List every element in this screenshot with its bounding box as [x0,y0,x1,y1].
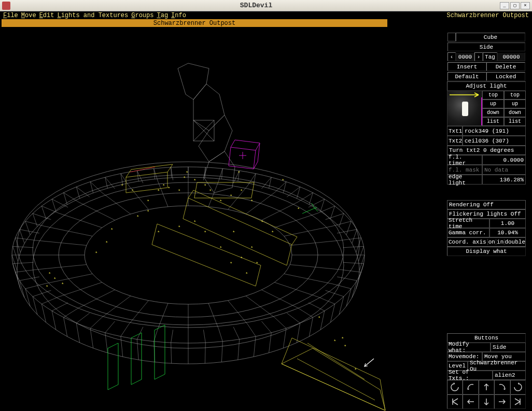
close-button[interactable]: × [521,2,530,9]
left-button[interactable] [463,394,478,409]
rotate-left-button[interactable] [463,380,478,394]
svg-line-55 [137,327,143,339]
display-what-button[interactable]: Display what [447,247,526,256]
tab-bar[interactable]: Schwarzbrenner Outpost [2,19,387,27]
svg-line-114 [102,192,131,214]
svg-line-74 [59,282,102,297]
svg-line-65 [76,313,89,323]
svg-line-179 [130,167,155,172]
right-button[interactable] [494,394,510,409]
svg-line-30 [287,313,300,323]
txt1-value[interactable]: rock349 (191) [463,126,526,136]
modify-what-value[interactable]: Side [491,343,526,352]
svg-line-109 [78,202,115,220]
rotate-cw-button[interactable] [510,380,526,394]
svg-line-110 [76,187,89,197]
edge-light-value[interactable]: 136.28% [482,175,526,185]
rendering-toggle[interactable]: Rendering Off [447,200,526,209]
top-b-button[interactable]: top [504,91,526,100]
svg-line-165 [343,246,364,247]
svg-text:*: * [147,210,149,215]
maximize-button[interactable]: ▢ [510,2,520,9]
menu-lights[interactable]: Lights and Textures [57,12,128,19]
tag-value: 00000 [497,52,525,61]
minimize-button[interactable]: _ [500,2,509,9]
locked-button[interactable]: Locked [486,72,525,81]
svg-line-99 [45,226,92,236]
svg-line-29 [261,290,298,308]
adjust-light-button[interactable]: Adjust light [447,81,526,91]
svg-line-25 [309,303,325,311]
header-side[interactable]: Side [447,42,525,51]
svg-line-58 [121,336,123,357]
svg-text:*: * [250,246,253,251]
svg-line-15 [337,277,357,280]
svg-line-66 [76,323,79,343]
svg-text:*: * [219,200,222,205]
up-a-button[interactable]: up [482,100,504,108]
down-a-button[interactable]: down [482,108,504,117]
menu-tag[interactable]: Tag [157,12,168,19]
fl-timer-value[interactable]: 0.0000 [482,155,526,165]
svg-line-161 [352,230,357,244]
edge-light-label: edge light [447,175,482,185]
svg-text:*: * [204,184,206,189]
svg-line-178 [365,359,374,366]
gamma-label: Gamma corr. [447,228,489,237]
svg-text:*: * [53,277,56,282]
svg-text:*: * [178,189,180,194]
svg-line-148 [309,193,313,205]
menu-move[interactable]: Move [21,12,36,19]
tab-title: Schwarzbrenner Outpost [153,20,235,27]
texture-thumbnail[interactable] [447,91,482,126]
coord-on[interactable]: on [487,239,496,245]
svg-text:*: * [256,262,258,267]
coord-double[interactable]: double [504,239,525,245]
menu-bar: File Move Edit Lights and Textures Group… [0,11,532,19]
menu-file[interactable]: File [3,12,18,19]
tag-button[interactable]: Tag [483,52,497,61]
next-button[interactable]: › [474,52,483,61]
txt2-value[interactable]: ceil036 (307) [463,136,526,146]
far-left-button[interactable] [447,394,463,409]
list-b-button[interactable]: list [504,117,526,126]
thumb-controls: toptop upup downdown listlist [482,91,526,126]
svg-line-153 [330,206,334,219]
svg-line-56 [137,339,138,360]
render-panel: Rendering Off Flickering lights Off Stre… [447,200,526,256]
default-button[interactable]: Default [447,72,486,81]
stretch-value[interactable]: 1.00 [489,219,526,228]
map-viewport[interactable]: ****************************************… [2,27,387,410]
svg-text:*: * [333,339,336,345]
rotate-right-button[interactable] [494,380,510,394]
far-right-button[interactable] [510,394,526,409]
up-button[interactable] [479,380,494,394]
svg-line-46 [205,343,205,363]
list-a-button[interactable]: list [482,117,504,126]
coord-axis-row[interactable]: Coord. axis on in double [447,237,526,247]
svg-text:*: * [282,179,284,184]
svg-line-20 [326,290,344,296]
top-a-button[interactable]: top [482,91,504,100]
prev-button[interactable]: ‹ [447,52,456,61]
rotate-ccw-button[interactable] [447,380,463,394]
menu-groups[interactable]: Groups [131,12,153,19]
header-cube[interactable]: Cube [456,33,525,41]
menu-info[interactable]: Info [171,12,186,19]
menu-edit[interactable]: Edit [39,12,54,19]
txts-value[interactable]: alien2 [493,371,526,380]
nav-grid [447,380,526,409]
insert-button[interactable]: Insert [447,62,486,71]
coord-in[interactable]: in [496,239,504,245]
svg-text:*: * [178,225,180,231]
gamma-value[interactable]: 10.94% [489,228,526,237]
down-b-button[interactable]: down [504,108,526,117]
up-b-button[interactable]: up [504,100,526,108]
svg-line-51 [171,343,172,363]
svg-line-115 [105,177,115,189]
down-button[interactable] [479,394,494,409]
svg-text:*: * [136,215,139,220]
delete-button[interactable]: Delete [486,62,525,71]
svg-text:*: * [193,220,196,225]
svg-line-34 [246,296,275,318]
